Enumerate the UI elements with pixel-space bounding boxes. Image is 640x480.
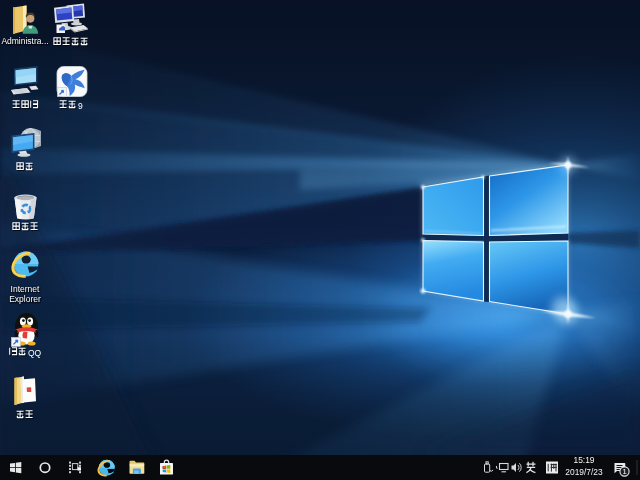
- svg-text:1: 1: [622, 467, 626, 476]
- svg-text:2019/7/23: 2019/7/23: [565, 467, 603, 477]
- svg-text:QQ: QQ: [28, 348, 42, 358]
- svg-text:15:19: 15:19: [574, 455, 595, 465]
- svg-text:9: 9: [78, 101, 83, 111]
